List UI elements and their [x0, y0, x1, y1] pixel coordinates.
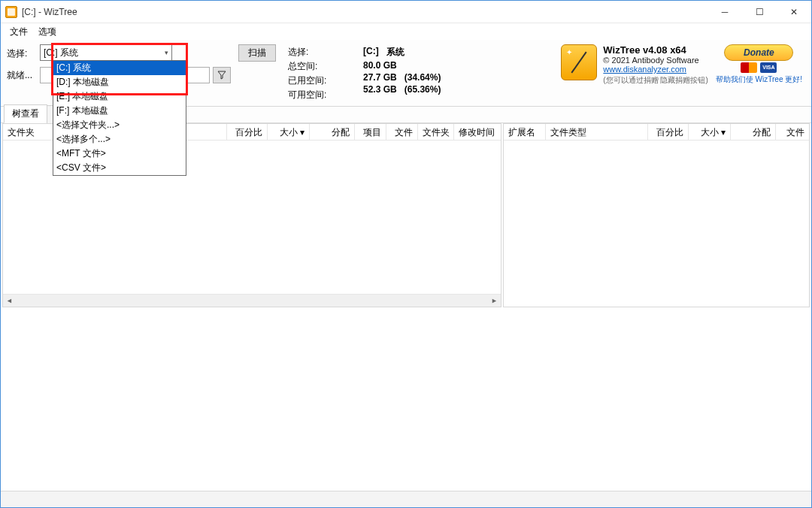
maximize-button[interactable]: ☐ — [742, 1, 777, 23]
mastercard-icon — [741, 62, 757, 73]
donate-button[interactable]: Donate — [724, 44, 793, 61]
drive-option[interactable]: [E:] 本地磁盘 — [53, 89, 186, 104]
col-files[interactable]: 文件 — [386, 124, 418, 140]
visa-icon: VISA — [760, 62, 777, 73]
drive-dropdown-list[interactable]: [C:] 系统 [D:] 本地磁盘 [E:] 本地磁盘 [F:] 本地磁盘 <选… — [53, 60, 186, 176]
col-size[interactable]: 大小 ▾ — [268, 124, 310, 140]
info-total-val: 80.0 GB — [363, 60, 397, 71]
col-items[interactable]: 项目 — [355, 124, 386, 140]
brand-title: WizTree v4.08 x64 — [603, 44, 707, 56]
menu-file[interactable]: 文件 — [5, 24, 32, 40]
brand-copyright: © 2021 Antibody Software — [603, 56, 707, 65]
scan-button[interactable]: 扫描 — [238, 44, 276, 62]
info-free-pct: (65.36%) — [404, 84, 441, 95]
tree-hscroll[interactable]: ◄ ► — [3, 294, 501, 307]
ext-body[interactable] — [504, 141, 809, 307]
window-title: [C:] - WizTree — [22, 7, 707, 17]
titlebar: [C:] - WizTree ─ ☐ ✕ — [1, 1, 811, 23]
info-used-pct: (34.64%) — [404, 72, 441, 83]
toolbar: 选择: 就绪... [C:] 系统 ▾ 扫描 选择: 总空间: 已用空间: 可用… — [1, 40, 811, 107]
minimize-button[interactable]: ─ — [707, 1, 742, 23]
select-label: 选择: — [7, 44, 32, 60]
col-alloc[interactable]: 分配 — [310, 124, 355, 140]
brand-box: WizTree v4.08 x64 © 2021 Antibody Softwa… — [561, 44, 707, 86]
col-files-r[interactable]: 文件 — [776, 124, 809, 140]
drive-info: 选择: 总空间: 已用空间: 可用空间: — [288, 46, 326, 101]
info-sel-drive: [C:] — [363, 46, 379, 59]
menubar: 文件 选项 — [1, 23, 811, 40]
drive-option[interactable]: <MFT 文件> — [53, 147, 186, 161]
scroll-left-icon[interactable]: ◄ — [3, 294, 16, 307]
col-alloc-r[interactable]: 分配 — [731, 124, 776, 140]
drive-select-value: [C:] 系统 — [44, 47, 78, 59]
tab-tree-view[interactable]: 树查看 — [4, 104, 47, 123]
drive-option[interactable]: <选择多个...> — [53, 132, 186, 147]
app-icon — [5, 6, 17, 18]
info-total-label: 总空间: — [288, 60, 326, 73]
info-used-label: 已用空间: — [288, 74, 326, 87]
drive-option[interactable]: [C:] 系统 — [53, 61, 186, 75]
col-type[interactable]: 文件类型 — [546, 124, 648, 140]
col-size-r[interactable]: 大小 ▾ — [689, 124, 731, 140]
info-free-val: 52.3 GB — [363, 84, 397, 95]
wiztree-logo-icon — [561, 44, 597, 80]
col-ext[interactable]: 扩展名 — [504, 124, 546, 140]
drive-select[interactable]: [C:] 系统 ▾ — [40, 44, 172, 61]
ready-label: 就绪... — [7, 66, 32, 82]
ext-pane: 扩展名 文件类型 百分比 大小 ▾ 分配 文件 — [503, 123, 810, 307]
donate-message: 帮助我们使 WizTree 更好! — [716, 74, 802, 85]
col-folders[interactable]: 文件夹 — [418, 124, 454, 140]
donate-box: Donate VISA 帮助我们使 WizTree 更好! — [716, 44, 805, 85]
info-sel-name: 系统 — [386, 46, 404, 59]
sort-chevron-icon: ▾ — [721, 127, 726, 138]
drive-option[interactable]: <CSV 文件> — [53, 161, 186, 175]
filter-button[interactable] — [213, 67, 231, 83]
brand-url[interactable]: www.diskanalyzer.com — [603, 65, 707, 74]
chevron-down-icon: ▾ — [165, 49, 168, 56]
col-percent-r[interactable]: 百分比 — [648, 124, 689, 140]
info-used-val: 27.7 GB — [363, 72, 397, 83]
filter-icon — [217, 71, 226, 80]
col-modified[interactable]: 修改时间 — [454, 124, 501, 140]
drive-option[interactable]: <选择文件夹...> — [53, 118, 186, 132]
info-free-label: 可用空间: — [288, 89, 326, 101]
menu-options[interactable]: 选项 — [34, 24, 61, 40]
close-button[interactable]: ✕ — [777, 1, 811, 23]
col-percent[interactable]: 百分比 — [227, 124, 268, 140]
drive-option[interactable]: [F:] 本地磁盘 — [53, 104, 186, 118]
scroll-right-icon[interactable]: ► — [488, 294, 501, 307]
treemap-area — [1, 307, 811, 491]
drive-option[interactable]: [D:] 本地磁盘 — [53, 75, 186, 89]
drive-info-values: [C:]系统 80.0 GB 27.7 GB(34.64%) 52.3 GB(6… — [363, 46, 441, 95]
statusbar — [1, 491, 811, 507]
sort-chevron-icon: ▾ — [300, 127, 304, 138]
brand-hint: (您可以通过捐赠 隐藏捐赠按钮) — [603, 75, 707, 86]
info-select-label: 选择: — [288, 46, 326, 59]
